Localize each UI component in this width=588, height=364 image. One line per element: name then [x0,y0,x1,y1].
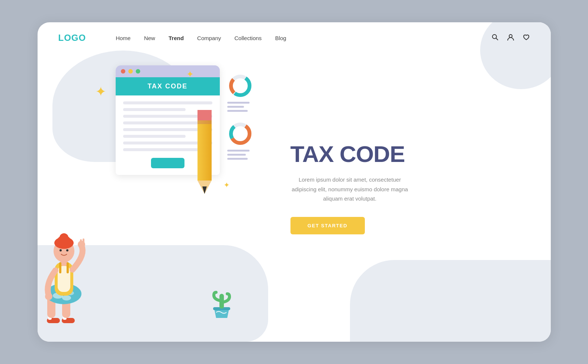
main-content: ✦ ✦ ✦ TAX CODE [38,43,551,333]
document-title: TAX CODE [116,77,220,95]
svg-rect-29 [80,239,82,245]
nav-collections[interactable]: Collections [234,35,261,41]
nav-icons [491,33,530,43]
pencil [197,110,212,199]
dot-green [136,69,140,74]
pencil-tip-inner [202,186,207,194]
navbar: LOGO Home New Trend Company Collections … [38,22,551,43]
pencil-body [197,110,212,181]
logo[interactable]: LOGO [58,33,86,43]
pencil-eraser [197,110,212,120]
heart-icon[interactable] [523,33,530,43]
donut-chart-1 [227,73,253,112]
svg-point-17 [62,295,71,300]
doc-line-4 [123,121,201,124]
pencil-band [197,120,212,124]
dot-yellow [128,69,133,74]
nav-links: Home New Trend Company Collections Blog [116,35,491,41]
nav-trend[interactable]: Trend [168,35,184,41]
svg-rect-32 [59,262,61,273]
doc-line-1 [123,101,212,104]
doc-button [151,158,184,168]
get-started-button[interactable]: GET STARTED [290,217,365,234]
doc-line-6 [123,135,186,138]
svg-line-1 [496,38,498,40]
svg-point-27 [66,249,68,251]
svg-point-25 [60,233,68,242]
donut-chart-2 [227,121,253,160]
chart-lines-2 [227,150,253,160]
nav-blog[interactable]: Blog [275,35,286,41]
doc-line-8 [123,148,201,151]
doc-line-2 [123,108,186,111]
svg-point-0 [492,35,497,39]
plant [209,286,235,316]
sparkle-2: ✦ [186,69,194,79]
svg-point-2 [509,35,512,38]
dot-red [121,69,125,74]
nav-home[interactable]: Home [116,35,131,41]
browser-titlebar [116,65,220,77]
person-illustration [38,188,90,333]
main-frame: LOGO Home New Trend Company Collections … [38,22,551,342]
chart-lines-1 [227,102,253,112]
sparkle-1: ✦ [95,84,106,100]
illustration-area: ✦ ✦ ✦ TAX CODE [38,43,276,333]
search-icon[interactable] [491,33,499,43]
svg-point-26 [60,249,62,251]
main-title: TAX CODE [290,142,521,167]
svg-rect-33 [67,262,69,273]
nav-new[interactable]: New [144,35,155,41]
svg-point-31 [45,293,52,300]
nav-company[interactable]: Company [197,35,221,41]
svg-rect-30 [83,238,84,244]
main-description: Lorem ipsum dolor sit amet, consectetuer… [290,175,409,204]
right-content: TAX CODE Lorem ipsum dolor sit amet, con… [276,43,551,333]
user-icon[interactable] [507,33,514,43]
sparkle-3: ✦ [224,181,230,189]
chart-area [227,73,253,160]
